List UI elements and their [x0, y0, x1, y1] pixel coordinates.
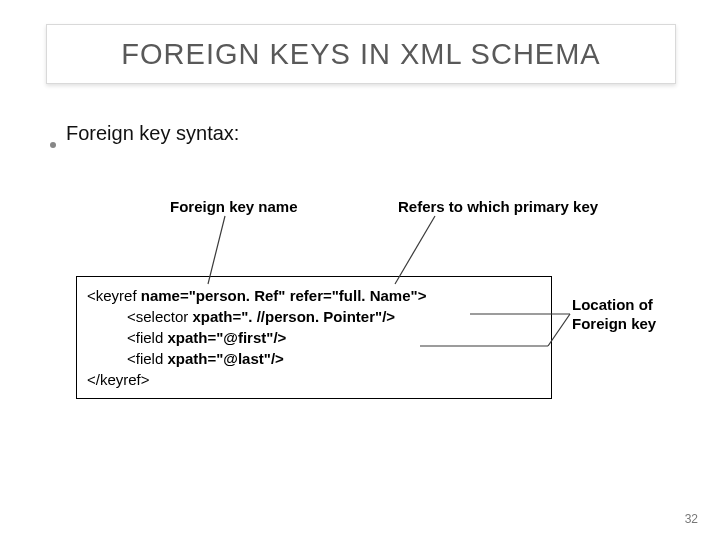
line-refers: [395, 216, 435, 284]
bullet-text: Foreign key syntax:: [66, 122, 239, 145]
code-l4b: xpath="@last"/>: [167, 350, 283, 367]
code-box: <keyref name="person. Ref" refer="full. …: [76, 276, 552, 399]
slide-title: FOREIGN KEYS IN XML SCHEMA: [121, 38, 600, 71]
code-l1b: name="person. Ref": [141, 287, 290, 304]
code-line-3: <field xpath="@first"/>: [87, 327, 541, 348]
line-fkname: [208, 216, 225, 284]
label-foreign-key-name: Foreign key name: [170, 198, 298, 215]
code-l2a: <selector: [127, 308, 192, 325]
label-location-foreign-key: Location of Foreign key: [572, 296, 656, 334]
page-number: 32: [685, 512, 698, 526]
slide-title-box: FOREIGN KEYS IN XML SCHEMA: [46, 24, 676, 84]
bullet-row: Foreign key syntax:: [50, 122, 239, 145]
code-line-5: </keyref>: [87, 369, 541, 390]
code-l3b: xpath="@first"/>: [167, 329, 286, 346]
code-line-1: <keyref name="person. Ref" refer="full. …: [87, 285, 541, 306]
bullet-dot-icon: [50, 142, 56, 148]
label-location-line1: Location of: [572, 296, 653, 313]
label-refers-primary-key: Refers to which primary key: [398, 198, 598, 215]
code-line-4: <field xpath="@last"/>: [87, 348, 541, 369]
code-l2b: xpath=". //person. Pointer"/>: [192, 308, 395, 325]
code-l4a: <field: [127, 350, 167, 367]
code-line-2: <selector xpath=". //person. Pointer"/>: [87, 306, 541, 327]
code-l1a: <keyref: [87, 287, 141, 304]
code-l3a: <field: [127, 329, 167, 346]
code-l1c: refer="full. Name">: [290, 287, 427, 304]
label-location-line2: Foreign key: [572, 315, 656, 332]
